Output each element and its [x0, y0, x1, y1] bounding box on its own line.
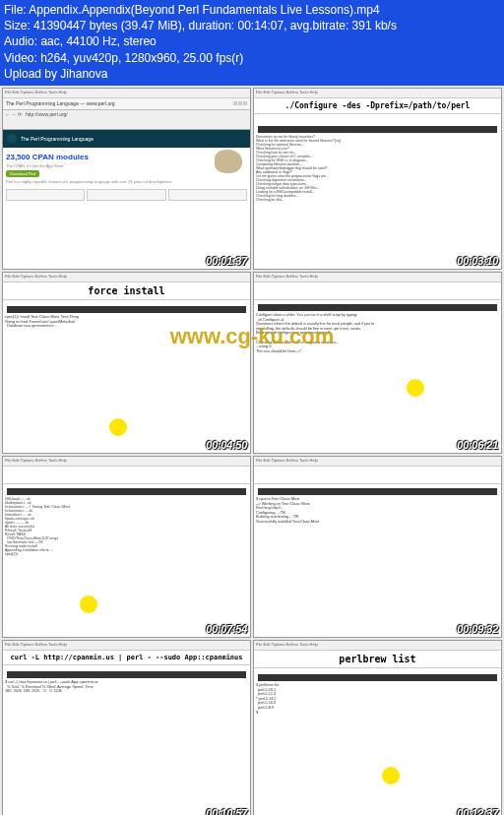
- thumbnail-3[interactable]: File Edit Options Buffers Tools Help for…: [2, 272, 251, 454]
- terminal-output: cpan[1]> install Test::Class::Most Test:…: [5, 315, 248, 329]
- timestamp: 00:01:37: [206, 255, 247, 267]
- timestamp: 00:06:21: [457, 439, 498, 451]
- window-menubar: File Edit Options Buffers Tools Help: [254, 457, 501, 467]
- terminal-output: $ curl -L http://cpanmin.us | perl - --s…: [5, 680, 248, 694]
- site-body: 23,500 CPAN modules The CPAN. It's like …: [3, 148, 250, 269]
- thumbnail-1[interactable]: File Edit Options Buffers Tools Help The…: [2, 88, 251, 270]
- feature-boxes: [6, 189, 247, 201]
- timestamp: 00:10:57: [206, 807, 247, 815]
- perl-onion-icon: [7, 134, 17, 144]
- command-display: curl -L http://cpanmin.us | perl - --sud…: [3, 651, 250, 665]
- window-menubar: File Edit Options Buffers Tools Help: [254, 641, 501, 651]
- thumbnail-5[interactable]: File Edit Options Buffers Tools Help t/0…: [2, 456, 251, 638]
- thumbnail-8[interactable]: File Edit Options Buffers Tools Help per…: [253, 640, 502, 815]
- thumbnail-grid: File Edit Options Buffers Tools Help The…: [0, 86, 504, 815]
- window-menubar: File Edit Options Buffers Tools Help: [254, 89, 501, 98]
- cursor-highlight-icon: [109, 418, 127, 436]
- thumbnail-4[interactable]: File Edit Options Buffers Tools Help Con…: [253, 272, 502, 454]
- browser-toolbar: ← → ⟳ http://www.perl.org/: [3, 110, 250, 130]
- terminal-statusbar: [7, 306, 246, 313]
- terminal-output: Configure takes a while. You can run it …: [256, 313, 499, 353]
- window-menubar: File Edit Options Buffers Tools Help: [3, 457, 250, 467]
- command-display: force install: [3, 282, 250, 300]
- terminal-output: $ perlbrew list perl-5.10.1 perl-5.12.4 …: [256, 683, 499, 715]
- thumbnail-7[interactable]: File Edit Options Buffers Tools Help cur…: [2, 640, 251, 815]
- camel-icon: [215, 150, 242, 173]
- terminal-output: Directories to use for library searches?…: [256, 135, 499, 202]
- terminal-statusbar: [258, 126, 497, 133]
- timestamp: 00:03:10: [457, 255, 498, 267]
- thumbnail-6[interactable]: File Edit Options Buffers Tools Help $ c…: [253, 456, 502, 638]
- terminal-statusbar: [258, 488, 497, 495]
- window-menubar: File Edit Options Buffers Tools Help: [3, 273, 250, 282]
- command-display: perlbrew list: [254, 651, 501, 668]
- cursor-highlight-icon: [382, 767, 400, 784]
- cursor-highlight-icon: [80, 596, 97, 613]
- timestamp: 00:04:50: [206, 439, 247, 451]
- timestamp: 00:12:37: [457, 807, 498, 815]
- terminal-output: $ cpanm Test::Class::Most --> Working on…: [256, 497, 499, 525]
- timestamp: 00:09:32: [457, 623, 498, 635]
- terminal-statusbar: [7, 671, 246, 678]
- download-button[interactable]: Download Perl: [6, 170, 39, 177]
- window-menubar: File Edit Options Buffers Tools Help: [3, 641, 250, 651]
- cursor-highlight-icon: [407, 379, 424, 397]
- window-menubar: File Edit Options Buffers Tools Help: [3, 89, 250, 98]
- cpan-headline: 23,500 CPAN modules: [6, 153, 247, 161]
- window-menubar: File Edit Options Buffers Tools Help: [254, 273, 501, 282]
- timestamp: 00:07:54: [206, 623, 247, 635]
- cpan-subtitle: The CPAN. It's like the App Store.: [6, 163, 247, 168]
- browser-titlebar: The Perl Programming Language — www.perl…: [3, 98, 250, 110]
- terminal-output: t/00-load.t ..... ok t/boilerplate.t . o…: [5, 497, 248, 556]
- media-info-header: File: Appendix.Appendix(Beyond Perl Fund…: [0, 0, 504, 86]
- terminal-statusbar: [258, 304, 497, 311]
- terminal-statusbar: [258, 674, 497, 681]
- perl-blurb: Perl is a highly capable, feature-rich p…: [6, 180, 247, 185]
- thumbnail-2[interactable]: File Edit Options Buffers Tools Help ./C…: [253, 88, 502, 270]
- site-banner: The Perl Programming Language: [3, 130, 250, 148]
- command-display: ./Configure -des -Dprefix=/path/to/perl: [254, 98, 501, 114]
- terminal-statusbar: [7, 488, 246, 495]
